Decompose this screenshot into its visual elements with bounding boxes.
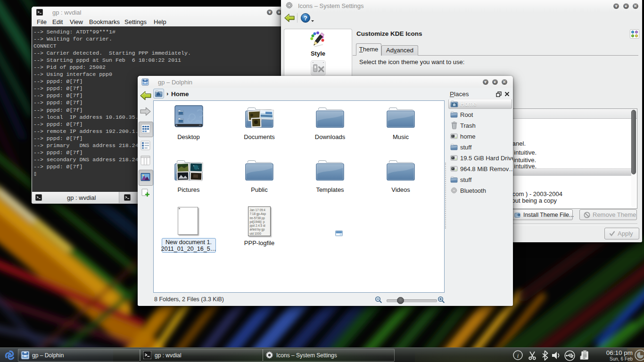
svg-text:?: ? [304, 15, 307, 22]
svg-text:i: i [517, 352, 519, 359]
